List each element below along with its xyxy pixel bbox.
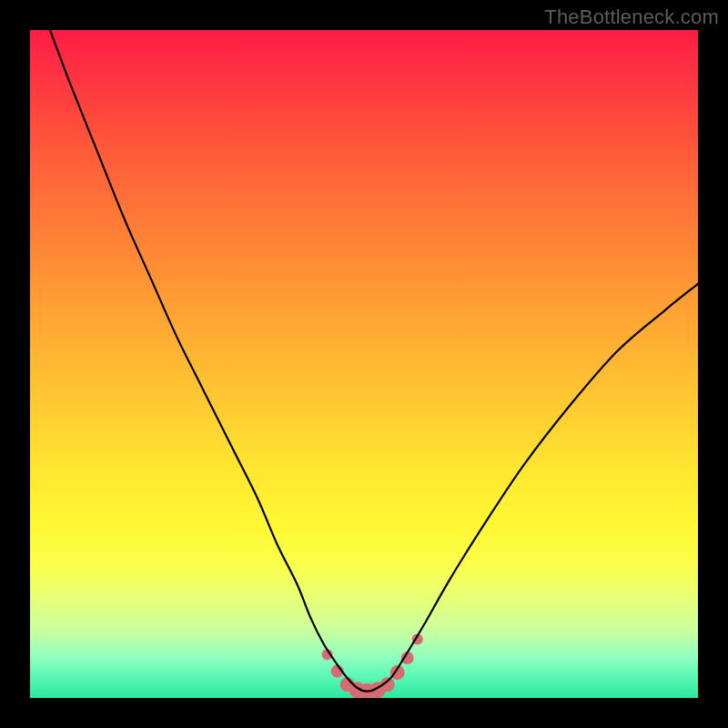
chart-frame: TheBottleneck.com <box>0 0 728 728</box>
watermark-text: TheBottleneck.com <box>544 5 719 29</box>
plot-area <box>30 30 698 698</box>
bottleneck-curve-path <box>50 30 698 692</box>
curve-layer <box>30 30 698 698</box>
